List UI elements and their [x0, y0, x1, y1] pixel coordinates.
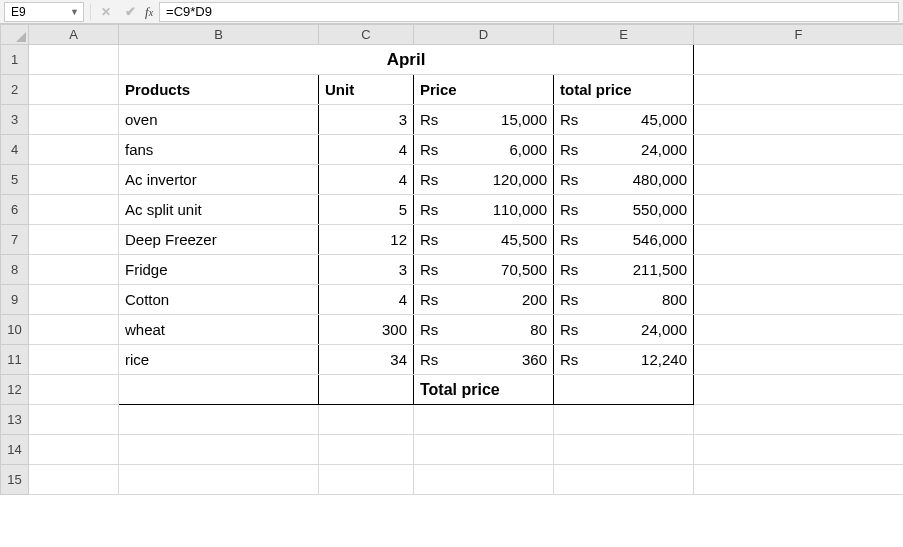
name-box[interactable]: E9 ▼ [4, 2, 84, 22]
cell[interactable] [29, 165, 119, 195]
fx-icon[interactable]: fx [145, 4, 153, 20]
row-header[interactable]: 9 [1, 285, 29, 315]
price-cell[interactable]: Rs120,000 [414, 165, 554, 195]
unit-cell[interactable]: 3 [319, 255, 414, 285]
row-header[interactable]: 5 [1, 165, 29, 195]
cell[interactable] [119, 435, 319, 465]
product-cell[interactable]: wheat [119, 315, 319, 345]
cell[interactable] [694, 255, 904, 285]
title-cell[interactable]: April [119, 45, 694, 75]
total-header[interactable]: total price [554, 75, 694, 105]
cell[interactable] [29, 75, 119, 105]
cell[interactable] [119, 375, 319, 405]
row-header[interactable]: 12 [1, 375, 29, 405]
column-header[interactable]: B [119, 25, 319, 45]
unit-cell[interactable]: 4 [319, 285, 414, 315]
cell[interactable] [29, 105, 119, 135]
unit-cell[interactable]: 12 [319, 225, 414, 255]
product-cell[interactable]: Ac invertor [119, 165, 319, 195]
total-cell[interactable]: Rs800 [554, 285, 694, 315]
cell[interactable] [414, 405, 554, 435]
column-header[interactable]: E [554, 25, 694, 45]
total-cell[interactable]: Rs211,500 [554, 255, 694, 285]
price-cell[interactable]: Rs6,000 [414, 135, 554, 165]
unit-cell[interactable]: 4 [319, 165, 414, 195]
price-cell[interactable]: Rs80 [414, 315, 554, 345]
price-cell[interactable]: Rs45,500 [414, 225, 554, 255]
cell[interactable] [29, 285, 119, 315]
footer-total-label[interactable]: Total price [414, 375, 554, 405]
price-cell[interactable]: Rs15,000 [414, 105, 554, 135]
products-header[interactable]: Products [119, 75, 319, 105]
price-cell[interactable]: Rs200 [414, 285, 554, 315]
row-header[interactable]: 10 [1, 315, 29, 345]
cell[interactable] [694, 435, 904, 465]
price-header[interactable]: Price [414, 75, 554, 105]
total-cell[interactable]: Rs24,000 [554, 315, 694, 345]
price-cell[interactable]: Rs70,500 [414, 255, 554, 285]
cell[interactable] [414, 465, 554, 495]
cell[interactable] [694, 75, 904, 105]
total-cell[interactable]: Rs12,240 [554, 345, 694, 375]
row-header[interactable]: 6 [1, 195, 29, 225]
cell[interactable] [319, 435, 414, 465]
unit-cell[interactable]: 300 [319, 315, 414, 345]
cell[interactable] [694, 465, 904, 495]
cell[interactable] [29, 345, 119, 375]
product-cell[interactable]: rice [119, 345, 319, 375]
product-cell[interactable]: Deep Freezer [119, 225, 319, 255]
row-header[interactable]: 7 [1, 225, 29, 255]
cell[interactable] [29, 315, 119, 345]
spreadsheet-grid[interactable]: A B C D E F 1 April 2 Products Unit Pric… [0, 24, 903, 495]
row-header[interactable]: 2 [1, 75, 29, 105]
cell[interactable] [694, 345, 904, 375]
cell[interactable] [319, 375, 414, 405]
column-header[interactable]: A [29, 25, 119, 45]
unit-cell[interactable]: 5 [319, 195, 414, 225]
cell[interactable] [29, 195, 119, 225]
row-header[interactable]: 4 [1, 135, 29, 165]
cell[interactable] [29, 465, 119, 495]
total-cell[interactable]: Rs45,000 [554, 105, 694, 135]
cell[interactable] [119, 465, 319, 495]
column-header[interactable]: C [319, 25, 414, 45]
row-header[interactable]: 15 [1, 465, 29, 495]
cell[interactable] [29, 225, 119, 255]
cell[interactable] [694, 315, 904, 345]
total-cell[interactable]: Rs480,000 [554, 165, 694, 195]
row-header[interactable]: 1 [1, 45, 29, 75]
select-all-corner[interactable] [1, 25, 29, 45]
cell[interactable] [319, 465, 414, 495]
row-header[interactable]: 3 [1, 105, 29, 135]
cell[interactable] [29, 435, 119, 465]
cell[interactable] [554, 375, 694, 405]
price-cell[interactable]: Rs360 [414, 345, 554, 375]
cell[interactable] [694, 375, 904, 405]
cell[interactable] [694, 195, 904, 225]
product-cell[interactable]: Cotton [119, 285, 319, 315]
column-header[interactable]: F [694, 25, 904, 45]
product-cell[interactable]: fans [119, 135, 319, 165]
product-cell[interactable]: Ac split unit [119, 195, 319, 225]
total-cell[interactable]: Rs546,000 [554, 225, 694, 255]
product-cell[interactable]: Fridge [119, 255, 319, 285]
column-header[interactable]: D [414, 25, 554, 45]
row-header[interactable]: 13 [1, 405, 29, 435]
unit-header[interactable]: Unit [319, 75, 414, 105]
total-cell[interactable]: Rs24,000 [554, 135, 694, 165]
chevron-down-icon[interactable]: ▼ [70, 7, 79, 17]
row-header[interactable]: 11 [1, 345, 29, 375]
cell[interactable] [29, 375, 119, 405]
cell[interactable] [554, 435, 694, 465]
formula-input[interactable]: =C9*D9 [159, 2, 899, 22]
unit-cell[interactable]: 34 [319, 345, 414, 375]
cell[interactable] [694, 285, 904, 315]
cell[interactable] [694, 405, 904, 435]
row-header[interactable]: 14 [1, 435, 29, 465]
cell[interactable] [554, 405, 694, 435]
total-cell[interactable]: Rs550,000 [554, 195, 694, 225]
cell[interactable] [694, 225, 904, 255]
cell[interactable] [694, 165, 904, 195]
cell[interactable] [694, 135, 904, 165]
cell[interactable] [119, 405, 319, 435]
